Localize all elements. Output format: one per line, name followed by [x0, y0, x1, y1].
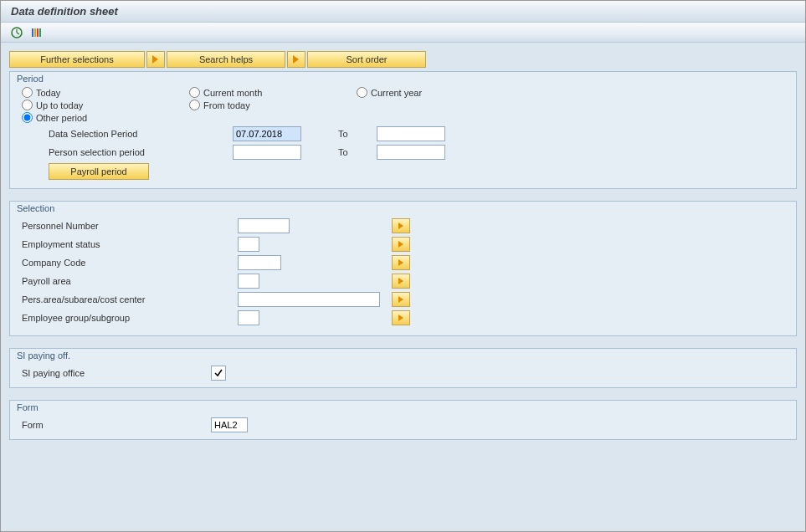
- si-paying-office-checkbox[interactable]: [211, 366, 226, 381]
- form-row: Form: [18, 416, 788, 434]
- person-selection-to-input[interactable]: [377, 145, 445, 160]
- sort-order-button[interactable]: Sort order: [307, 51, 426, 68]
- radio-other-period-input[interactable]: [22, 112, 33, 123]
- form-input[interactable]: [211, 417, 248, 432]
- form-group-label: Form: [15, 402, 39, 412]
- arrow-right-icon: [398, 278, 403, 284]
- further-selections-button[interactable]: Further selections: [9, 51, 145, 68]
- payroll-area-input[interactable]: [238, 274, 259, 289]
- pers-area-row: Pers.area/subarea/cost center: [18, 290, 788, 309]
- employee-group-multi-button[interactable]: [392, 310, 410, 325]
- radio-current-year[interactable]: Current year: [357, 87, 524, 98]
- form-label: Form: [22, 420, 44, 430]
- pers-area-label: Pers.area/subarea/cost center: [22, 294, 145, 304]
- si-paying-group-label: SI paying off.: [15, 350, 70, 361]
- sort-order-label: Sort order: [347, 54, 388, 64]
- radio-today[interactable]: Today: [22, 87, 189, 98]
- form-group: Form Form: [9, 400, 797, 440]
- data-selection-period-row: Data Selection Period To: [18, 125, 788, 143]
- svg-rect-3: [32, 28, 33, 37]
- employee-group-label: Employee group/subgroup: [22, 313, 130, 323]
- arrow-right-icon: [398, 259, 403, 266]
- svg-rect-5: [37, 28, 39, 37]
- page-title: Data definition sheet: [11, 5, 118, 18]
- search-helps-button[interactable]: Search helps: [167, 51, 285, 68]
- personnel-number-input[interactable]: [238, 218, 290, 233]
- radio-today-input[interactable]: [22, 87, 33, 98]
- payroll-area-multi-button[interactable]: [392, 274, 410, 289]
- employment-status-row: Employment status: [18, 235, 788, 253]
- title-bar: Data definition sheet: [1, 1, 805, 23]
- radio-current-month-input[interactable]: [189, 87, 200, 98]
- arrow-right-icon: [293, 55, 299, 64]
- person-selection-period-label: Person selection period: [49, 147, 145, 157]
- radio-current-month-label: Current month: [203, 88, 262, 98]
- app-toolbar: [1, 23, 805, 43]
- arrow-right-icon: [398, 223, 403, 229]
- si-paying-office-row: SI paying office: [18, 364, 788, 382]
- employment-status-multi-button[interactable]: [392, 237, 410, 252]
- payroll-period-button[interactable]: Payroll period: [49, 163, 149, 180]
- action-button-row: Further selections Search helps Sort ord…: [9, 51, 797, 68]
- selection-group-label: Selection: [15, 203, 54, 213]
- radio-up-to-today-input[interactable]: [22, 100, 33, 110]
- sort-order-arrow-button[interactable]: [287, 51, 305, 68]
- radio-current-year-input[interactable]: [357, 87, 367, 98]
- data-selection-to-input[interactable]: [377, 126, 445, 141]
- search-helps-arrow-button[interactable]: [146, 51, 165, 68]
- data-selection-to-label: To: [338, 129, 348, 139]
- payroll-area-label: Payroll area: [22, 276, 71, 286]
- arrow-right-icon: [398, 296, 403, 303]
- arrow-right-icon: [398, 315, 403, 321]
- radio-up-to-today-label: Up to today: [36, 100, 83, 110]
- search-helps-label: Search helps: [199, 54, 253, 64]
- execute-icon[interactable]: [9, 25, 24, 40]
- company-code-row: Company Code: [18, 253, 788, 272]
- selection-group: Selection Personnel Number Employment st…: [9, 201, 797, 336]
- person-selection-to-label: To: [338, 147, 348, 157]
- data-selection-from-input[interactable]: [233, 126, 301, 141]
- radio-current-year-label: Current year: [371, 88, 422, 98]
- period-radio-grid: Today Current month Current year Up to t…: [18, 87, 788, 123]
- si-paying-office-label: SI paying office: [22, 368, 85, 378]
- pers-area-input[interactable]: [238, 292, 380, 307]
- radio-from-today[interactable]: From today: [189, 100, 357, 110]
- payroll-period-label: Payroll period: [70, 166, 126, 176]
- employment-status-label: Employment status: [22, 239, 100, 249]
- radio-from-today-input[interactable]: [189, 100, 200, 110]
- employee-group-row: Employee group/subgroup: [18, 309, 788, 327]
- variant-icon[interactable]: [29, 25, 44, 40]
- content-area: Further selections Search helps Sort ord…: [1, 43, 805, 452]
- radio-from-today-label: From today: [203, 100, 250, 110]
- period-group: Period Today Current month Current year …: [9, 71, 797, 189]
- further-selections-label: Further selections: [40, 54, 113, 64]
- employment-status-input[interactable]: [238, 237, 259, 252]
- svg-line-2: [17, 33, 19, 34]
- person-selection-from-input[interactable]: [233, 145, 301, 160]
- company-code-label: Company Code: [22, 258, 85, 268]
- payroll-area-row: Payroll area: [18, 272, 788, 290]
- svg-rect-4: [34, 28, 36, 37]
- svg-rect-6: [39, 28, 41, 37]
- personnel-number-row: Personnel Number: [18, 217, 788, 235]
- radio-current-month[interactable]: Current month: [189, 87, 357, 98]
- personnel-number-multi-button[interactable]: [392, 218, 410, 233]
- radio-up-to-today[interactable]: Up to today: [22, 100, 189, 110]
- radio-other-period[interactable]: Other period: [22, 112, 189, 123]
- period-group-label: Period: [15, 74, 44, 84]
- employee-group-input[interactable]: [238, 310, 259, 325]
- pers-area-multi-button[interactable]: [392, 292, 410, 307]
- arrow-right-icon: [398, 241, 403, 248]
- personnel-number-label: Personnel Number: [22, 221, 99, 231]
- radio-today-label: Today: [36, 88, 60, 98]
- company-code-multi-button[interactable]: [392, 255, 410, 270]
- company-code-input[interactable]: [238, 255, 281, 270]
- si-paying-group: SI paying off. SI paying office: [9, 348, 797, 388]
- radio-other-period-label: Other period: [36, 113, 87, 123]
- arrow-right-icon: [152, 55, 158, 64]
- data-selection-period-label: Data Selection Period: [49, 129, 137, 139]
- person-selection-period-row: Person selection period To: [18, 143, 788, 161]
